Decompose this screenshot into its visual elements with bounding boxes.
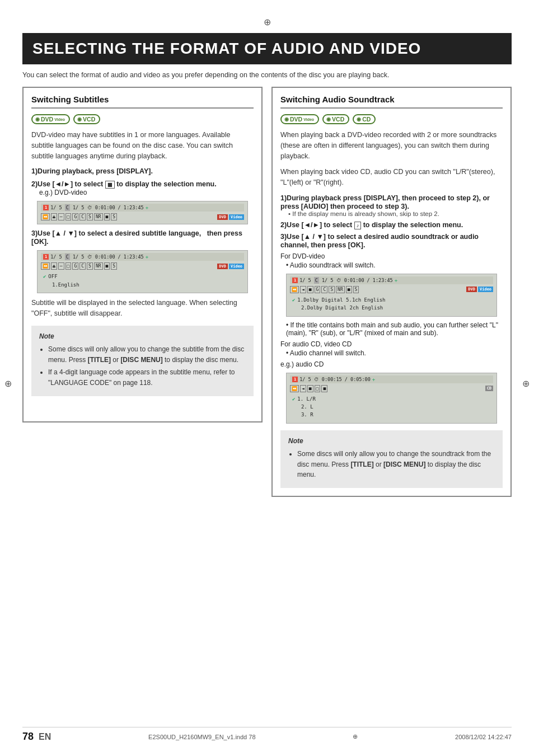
cd-screen-icons: ⏪ ◄ ■ □ ■ CD [290, 385, 493, 392]
subtitle-after-step3: Subtitle will be displayed in the select… [31, 298, 254, 319]
subtitle-body: DVD-video may have subtitles in 1 or mor… [31, 130, 254, 161]
screen-icon: ■ [346, 286, 352, 293]
subtitle-badge-row: ◉ DVDVideo ◉ VCD [31, 114, 254, 124]
cd-plus: + [372, 377, 375, 382]
screen-icon: ■ [321, 385, 327, 392]
audio-note-item-1: Some discs will only allow you to change… [297, 449, 495, 480]
video-label: Video [229, 214, 244, 220]
dvd-audio-item-1: ✔ 1.Dolby Digital 5.1ch English [292, 296, 491, 304]
footer-date: 2008/12/02 14:22:47 [455, 734, 512, 740]
main-sub-audio-bullet: • If the title contains both main and su… [280, 321, 503, 337]
switching-audio-section: Switching Audio Soundtrack ◉ DVDVideo ◉ … [271, 87, 512, 497]
reg-mark-top: ⊕ [22, 17, 512, 27]
screen-item-english: 1.English [43, 281, 242, 289]
screen-icon: ⏏ [51, 213, 57, 220]
audio-body2: When playing back video CD, audio CD you… [280, 167, 503, 188]
audio-track-1: 1.Dolby Digital 5.1ch English [297, 296, 385, 304]
page: ⊕ ⊕ ⊕ SELECTING THE FORMAT OF AUDIO AND … [0, 0, 534, 756]
vcd-badge: ◉ VCD [73, 114, 100, 124]
screen-top-bar-cd: 1 1/ 5 ⏱ 0:00:15 / 0:05:00 + [290, 375, 493, 383]
for-audio-cd-label: For audio CD, video CD [280, 340, 503, 348]
dvd-screen-text: 1/ 5 C 1/ 5 ⏱ 0:01:00 / 1:23:45 [299, 278, 393, 283]
reg-mark-right: ⊕ [522, 378, 530, 389]
dvd-screen-body: ✔ 1.Dolby Digital 5.1ch English 2.Dolby … [290, 294, 493, 314]
track-num: 1 [43, 205, 49, 210]
cd-track: 1 [292, 377, 298, 382]
switching-subtitles-title: Switching Subtitles [31, 95, 254, 109]
screen-icon: S [329, 286, 335, 293]
audio-cd-icon: ◉ [357, 116, 361, 122]
dvd-label: DVD [217, 214, 228, 220]
track-num-2: 1 [43, 254, 49, 260]
subtitle-step1: 1)During playback, press [DISPLAY]. [31, 167, 254, 175]
screen-icon: S [353, 286, 359, 293]
page-subtitle: You can select the format of audio and v… [22, 71, 512, 79]
vcd-icon: ◉ [77, 116, 82, 122]
subtitle-step2: 2)Use [◄/►] to select ▩ to display the s… [31, 180, 254, 196]
dvd-icon: ◉ [35, 116, 40, 122]
dvd-badge: ◉ DVDVideo [31, 114, 70, 124]
page-number-container: 78 EN [22, 731, 51, 743]
reg-mark-left: ⊕ [4, 378, 12, 389]
two-column-layout: Switching Subtitles ◉ DVDVideo ◉ VCD DVD… [22, 87, 512, 497]
cd-badge-sm: CD [485, 386, 493, 391]
cd-audio-item-l: 2. L [292, 403, 491, 411]
page-title: SELECTING THE FORMAT OF AUDIO AND VIDEO [22, 33, 512, 64]
video-label-2: Video [229, 264, 244, 269]
screen-icon: ⏪ [41, 213, 50, 220]
screen-arrow-2: + [146, 254, 148, 260]
page-footer: 78 EN E2S00UD_H2160MW9_EN_v1.indd 78 ⊕ 2… [22, 727, 512, 743]
audio-vcd-badge: ◉ VCD [322, 114, 349, 124]
screen-icon: G [72, 262, 78, 270]
screen-icon: ■ [104, 213, 110, 220]
screen-icon: □ [65, 213, 72, 220]
audio-note-title: Note [288, 436, 495, 447]
dvd-audio-bullet: • Audio soundtrack will switch. [280, 261, 503, 269]
subtitle-step3: 3)Use [▲ / ▼] to select a desired subtit… [31, 229, 254, 246]
screen-icon: ■ [307, 286, 313, 293]
page-number: 78 [22, 731, 34, 742]
screen-icon: NR [94, 213, 103, 220]
screen-icon: S [87, 213, 93, 220]
switching-subtitles-section: Switching Subtitles ◉ DVDVideo ◉ VCD DVD… [22, 87, 263, 422]
subtitle-step1-label: 1)During playback, press [DISPLAY]. [31, 167, 153, 175]
cd-audio-item-r: 3. R [292, 411, 491, 419]
screen-icon: ⏏ [51, 262, 57, 270]
r-label: 3. R [301, 411, 313, 419]
screen-icon: NR [336, 286, 345, 293]
footer-reg-mark: ⊕ [353, 733, 358, 740]
subtitle-step2-sub: e.g.) DVD-video [31, 189, 87, 196]
screen-icon: NR [94, 262, 103, 270]
subtitle-note-list: Some discs will only allow you to change… [39, 344, 246, 388]
screen-icon: ⏪ [41, 262, 50, 270]
screen-info-text: 1/ 5 C 1/ 5 ⏱ 0:01:00 / 1:23:45 [50, 205, 144, 210]
dvd-screen-icons: ⏪ ◄ ■ G C S NR ■ S DVD Video [290, 286, 493, 293]
audio-step1: 1)During playback press [DISPLAY], then … [280, 194, 503, 217]
subtitle-note-title: Note [39, 331, 246, 342]
screen-icon: C [79, 262, 86, 270]
screen-icon: G [72, 213, 78, 220]
video-badge-sm: Video [478, 287, 493, 292]
screen-icon: ⏪ [290, 385, 299, 392]
screen-icon: G [315, 286, 321, 293]
screen-icon: ◄ [300, 286, 306, 293]
footer-file-info: E2S00UD_H2160MW9_EN_v1.indd 78 [148, 734, 255, 740]
dvd-label-2: DVD [217, 264, 228, 269]
screen-info-text-2: 1/ 5 C 1/ 5 ⏱ 0:01:00 / 1:23:45 [50, 254, 144, 260]
audio-step1-label: 1)During playback press [DISPLAY], then … [280, 194, 490, 210]
dvd-badge-sm: DVD [466, 287, 477, 292]
screen-icon: S [111, 213, 117, 220]
screen-icon: S [111, 262, 117, 270]
screen-icon: ⏪ [290, 286, 299, 293]
audio-badge-row: ◉ DVDVideo ◉ VCD ◉ CD [280, 114, 503, 124]
screen-top-bar-dvd: 1 1/ 5 C 1/ 5 ⏱ 0:01:00 / 1:23:45 + [290, 276, 493, 284]
screen-body-2: ✔ OFF 1.English [41, 271, 244, 290]
eg-audio-cd: e.g.) audio CD [280, 360, 503, 368]
screen-bar-info-dvd: 1 1/ 5 C 1/ 5 ⏱ 0:01:00 / 1:23:45 + [292, 278, 397, 283]
screen-bar-info-2: 1 1/ 5 C 1/ 5 ⏱ 0:01:00 / 1:23:45 + [43, 254, 148, 260]
cd-screen-body: ✔ 1. L/R 2. L 3. R [290, 393, 493, 421]
screen-arrow: + [146, 205, 148, 210]
subtitle-step2-label: 2)Use [◄/►] to select ▩ to display the s… [31, 180, 217, 188]
dvd-plus: + [395, 278, 397, 283]
audio-step1-sub: • If the display menu is already shown, … [280, 210, 503, 217]
